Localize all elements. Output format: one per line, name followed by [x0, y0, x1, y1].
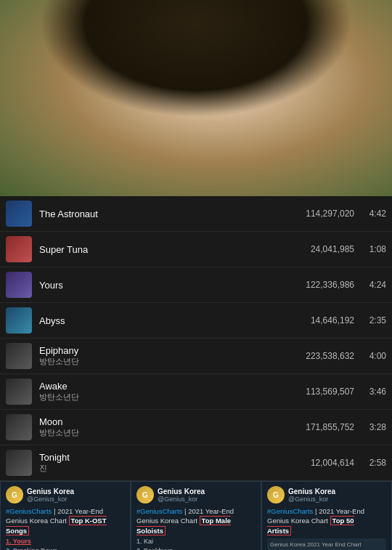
- music-artist-epiphany: 방탄소년단: [39, 356, 306, 367]
- music-list: The Astronaut114,297,0204:42Super Tuna24…: [0, 196, 392, 481]
- music-title-epiphany: Epiphany: [39, 345, 306, 356]
- music-row-astronaut[interactable]: The Astronaut114,297,0204:42: [0, 196, 392, 232]
- music-duration-astronaut: 4:42: [363, 209, 386, 219]
- music-info-super_tuna: Super Tuna: [39, 244, 311, 255]
- music-duration-epiphany: 4:00: [363, 351, 386, 361]
- tweet-hashtag-1: #GeniusCharts: [6, 507, 52, 515]
- thumb-super_tuna: [6, 236, 32, 262]
- tweet-header-3: G Genius Korea @Genius_kor: [267, 486, 386, 504]
- music-info-tonight: Tonight진: [39, 452, 311, 474]
- thumb-epiphany: [6, 343, 32, 369]
- music-duration-super_tuna: 1:08: [363, 244, 386, 254]
- music-info-abyss: Abyss: [39, 315, 311, 326]
- tweet-body-2: #GeniusCharts | 2021 Year-End Genius Kor…: [136, 506, 256, 535]
- thumb-yours: [6, 272, 32, 298]
- tweet-list-2: 1. Kai 2. Baekhyun 3. DPR Ian 4. Jin 5. …: [136, 537, 256, 550]
- thumb-abyss: [6, 307, 32, 333]
- music-title-yours: Yours: [39, 280, 306, 291]
- music-row-yours[interactable]: Yours122,336,9864:24: [0, 267, 392, 303]
- music-duration-tonight: 2:58: [363, 458, 386, 468]
- tweet-header-1: G Genius Korea @Genius_kor: [6, 486, 125, 504]
- hero-image: [0, 0, 392, 196]
- tweet-account-name-3: Genius Korea: [288, 488, 335, 496]
- music-title-moon: Moon: [39, 416, 306, 427]
- music-duration-abyss: 2:35: [363, 315, 386, 325]
- music-title-astronaut: The Astronaut: [39, 209, 306, 219]
- music-duration-moon: 3:28: [363, 422, 386, 432]
- music-duration-yours: 4:24: [363, 280, 386, 290]
- tweet-account-name-1: Genius Korea: [27, 488, 74, 496]
- thumb-astronaut: [6, 201, 32, 227]
- tweet-handle-3: @Genius_kor: [288, 496, 335, 503]
- music-row-tonight[interactable]: Tonight진12,004,6142:58: [0, 445, 392, 481]
- music-artist-tonight: 진: [39, 463, 311, 474]
- tweet-hashtag-3: #GeniusCharts: [267, 507, 313, 515]
- tweet-card-1: G Genius Korea @Genius_kor #GeniusCharts…: [0, 481, 131, 550]
- music-plays-awake: 113,569,507: [306, 387, 354, 397]
- music-artist-moon: 방탄소년단: [39, 427, 306, 438]
- music-plays-abyss: 14,646,192: [311, 315, 354, 325]
- music-duration-awake: 3:46: [363, 387, 386, 397]
- music-title-abyss: Abyss: [39, 315, 311, 326]
- music-row-epiphany[interactable]: Epiphany방탄소년단223,538,6324:00: [0, 339, 392, 374]
- tweet-handle-1: @Genius_kor: [27, 496, 74, 503]
- music-plays-tonight: 12,004,614: [311, 458, 354, 468]
- chart-title: Genius Korea 2021 Year End Chart: [270, 541, 383, 548]
- music-info-awake: Awake방탄소년단: [39, 381, 306, 403]
- music-plays-moon: 171,855,752: [306, 422, 354, 432]
- tweet-avatar-3: G: [267, 486, 285, 504]
- tweet-body-3: #GeniusCharts | 2021 Year-End Genius Kor…: [267, 506, 386, 535]
- music-row-awake[interactable]: Awake방탄소년단113,569,5073:46: [0, 374, 392, 410]
- tweet-avatar-2: G: [136, 486, 154, 504]
- music-plays-yours: 122,336,986: [306, 280, 354, 290]
- music-plays-epiphany: 223,538,632: [306, 351, 354, 361]
- music-info-yours: Yours: [39, 280, 306, 291]
- chart-embed: Genius Korea 2021 Year End Chart Top Art…: [267, 538, 386, 550]
- thumb-moon: [6, 414, 32, 440]
- tweet-header-2: G Genius Korea @Genius_kor: [136, 486, 256, 504]
- music-title-super_tuna: Super Tuna: [39, 244, 311, 255]
- thumb-tonight: [6, 450, 32, 476]
- tweet-card-3: G Genius Korea @Genius_kor #GeniusCharts…: [261, 481, 392, 550]
- music-artist-awake: 방탄소년단: [39, 392, 306, 403]
- music-title-awake: Awake: [39, 381, 306, 392]
- tweet-card-2: G Genius Korea @Genius_kor #GeniusCharts…: [131, 481, 261, 550]
- tweet-account-name-2: Genius Korea: [158, 488, 205, 496]
- tweet-body-1: #GeniusCharts | 2021 Year-End Genius Kor…: [6, 506, 125, 535]
- hero-hair-bg: [39, 0, 353, 118]
- music-row-moon[interactable]: Moon방탄소년단171,855,7523:28: [0, 410, 392, 445]
- tweet-hashtag-2: #GeniusCharts: [136, 507, 182, 515]
- music-title-tonight: Tonight: [39, 452, 311, 463]
- music-info-astronaut: The Astronaut: [39, 209, 306, 219]
- music-plays-super_tuna: 24,041,985: [311, 244, 354, 254]
- music-info-epiphany: Epiphany방탄소년단: [39, 345, 306, 367]
- tweets-section: G Genius Korea @Genius_kor #GeniusCharts…: [0, 481, 392, 550]
- music-row-abyss[interactable]: Abyss14,646,1922:35: [0, 303, 392, 339]
- music-row-super_tuna[interactable]: Super Tuna24,041,9851:08: [0, 232, 392, 267]
- music-info-moon: Moon방탄소년단: [39, 416, 306, 438]
- tweet-handle-2: @Genius_kor: [158, 496, 205, 503]
- thumb-awake: [6, 379, 32, 405]
- tweet-list-1: 1. Yours 2. Breaking Down 3. Love So Fin…: [6, 537, 125, 550]
- tweet-avatar-1: G: [6, 486, 23, 504]
- music-plays-astronaut: 114,297,020: [306, 209, 354, 219]
